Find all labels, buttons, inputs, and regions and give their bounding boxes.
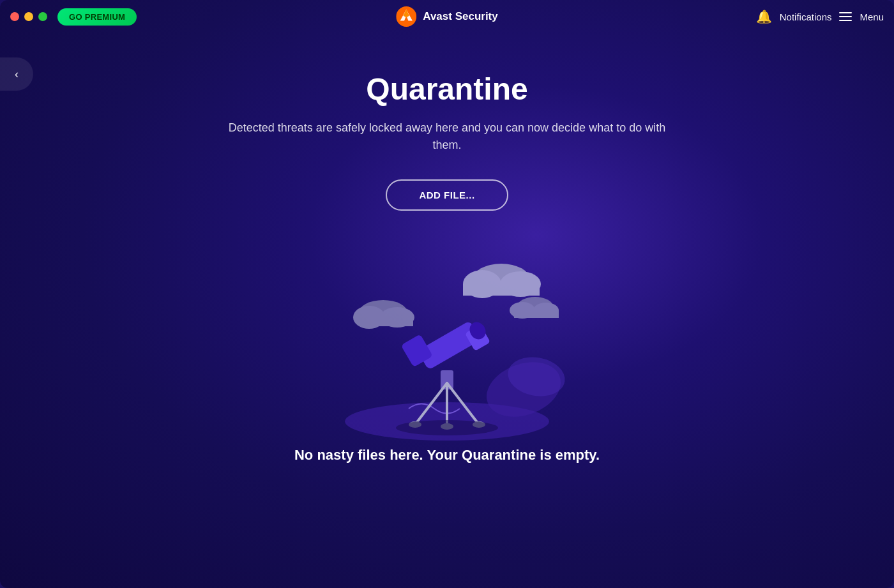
back-chevron-icon: ‹ (15, 68, 19, 81)
titlebar-right: 🔔 Notifications Menu (756, 9, 884, 24)
avast-logo-icon (396, 6, 416, 27)
menu-label[interactable]: Menu (860, 11, 884, 22)
notifications-label[interactable]: Notifications (780, 11, 832, 22)
titlebar: GO PREMIUM Avast Security 🔔 Notification… (0, 0, 894, 33)
app-window: GO PREMIUM Avast Security 🔔 Notification… (0, 0, 894, 588)
page-subtitle: Detected threats are safely locked away … (224, 119, 670, 154)
svg-point-27 (396, 420, 498, 435)
quarantine-illustration (319, 236, 575, 441)
svg-rect-9 (514, 310, 559, 318)
main-content: Quarantine Detected threats are safely l… (0, 33, 894, 464)
menu-icon[interactable] (839, 12, 852, 21)
svg-rect-13 (361, 317, 413, 326)
back-button[interactable]: ‹ (0, 57, 33, 91)
add-file-button[interactable]: ADD FILE... (386, 179, 508, 211)
close-button[interactable] (10, 12, 19, 21)
notification-bell-icon[interactable]: 🔔 (756, 9, 772, 24)
telescope-illustration-svg (319, 236, 575, 441)
minimize-button[interactable] (24, 12, 33, 21)
maximize-button[interactable] (38, 12, 47, 21)
page-title: Quarantine (366, 72, 527, 107)
window-controls (10, 12, 47, 21)
go-premium-button[interactable]: GO PREMIUM (57, 8, 137, 26)
svg-rect-5 (463, 284, 540, 296)
titlebar-center: Avast Security (396, 6, 497, 27)
app-name-label: Avast Security (423, 10, 497, 23)
empty-state-text: No nasty files here. Your Quarantine is … (294, 447, 600, 464)
